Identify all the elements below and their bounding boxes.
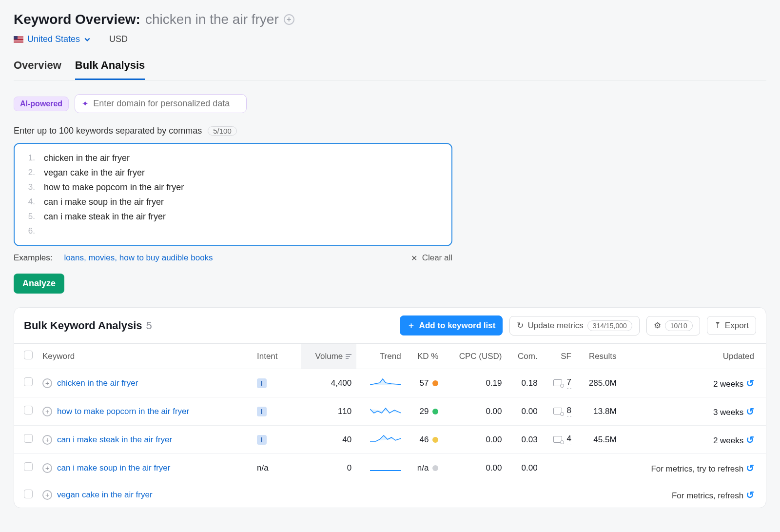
col-sf[interactable]: SF <box>543 344 576 369</box>
select-all-checkbox[interactable] <box>24 351 33 359</box>
keywords-textarea[interactable]: 1.chicken in the air fryer 2.vegan cake … <box>14 143 452 246</box>
clear-all-button[interactable]: ✕ Clear all <box>411 253 452 263</box>
results-table: Keyword Intent Volume Trend KD % CPC (US… <box>14 343 766 508</box>
col-com[interactable]: Com. <box>507 344 543 369</box>
col-volume[interactable]: Volume <box>301 344 356 369</box>
add-kw-icon[interactable]: + <box>42 407 52 416</box>
volume-cell: 110 <box>301 397 356 426</box>
refresh-icon[interactable]: ↻ <box>746 406 754 417</box>
flag-icon <box>14 36 23 43</box>
domain-input-wrap[interactable]: ✦ <box>75 94 247 113</box>
intent-cell: I <box>252 426 301 454</box>
updated-cell: 3 weeks ↻ <box>622 397 766 426</box>
settings-button[interactable]: ⚙ 10/10 <box>646 316 700 335</box>
title-keyword: chicken in the air fryer <box>145 12 279 27</box>
add-to-keyword-list-button[interactable]: ＋ Add to keyword list <box>400 315 503 335</box>
kw-counter: 5/100 <box>208 126 237 136</box>
trend-cell <box>356 454 406 482</box>
panel-count: 5 <box>146 319 152 332</box>
keyword-link[interactable]: chicken in the air fryer <box>57 378 138 388</box>
col-kd[interactable]: KD % <box>406 344 444 369</box>
refresh-icon[interactable]: ↻ <box>746 489 754 501</box>
intent-badge: I <box>257 378 267 388</box>
updated-cell: 2 weeks ↻ <box>622 426 766 454</box>
sf-cell: 8 <box>543 397 576 426</box>
analyze-button[interactable]: Analyze <box>14 274 64 294</box>
volume-cell: 0 <box>301 454 356 482</box>
refresh-icon[interactable]: ↻ <box>746 377 754 389</box>
intent-cell: I <box>252 397 301 426</box>
trend-cell <box>356 397 406 426</box>
country-label: United States <box>27 34 80 44</box>
serp-icon[interactable] <box>553 436 562 443</box>
tabs: Overview Bulk Analysis <box>14 56 766 80</box>
volume-cell: 4,400 <box>301 369 356 397</box>
refresh-note: For metrics, refresh <box>672 491 743 500</box>
kd-cell: n/a <box>406 454 444 482</box>
add-keyword-icon[interactable]: + <box>284 14 294 25</box>
keyword-link[interactable]: can i make steak in the air fryer <box>57 435 172 445</box>
kw-line: can i make soup in the air fryer <box>44 195 164 209</box>
col-updated[interactable]: Updated <box>622 344 766 369</box>
updated-cell: 2 weeks ↻ <box>622 369 766 397</box>
keyword-link[interactable]: how to make popcorn in the air fryer <box>57 407 189 416</box>
export-icon: ⤒ <box>714 320 721 331</box>
refresh-icon[interactable]: ↻ <box>746 434 754 446</box>
serp-icon[interactable] <box>553 379 562 386</box>
chevron-down-icon <box>84 36 91 43</box>
add-kw-icon[interactable]: + <box>42 463 52 473</box>
intent-badge: I <box>257 407 267 416</box>
kd-cell: 46 <box>406 426 444 454</box>
sf-cell: 7 <box>543 369 576 397</box>
results-cell: 13.8M <box>576 397 622 426</box>
trend-cell <box>356 369 406 397</box>
kd-cell: 29 <box>406 397 444 426</box>
kd-cell: 57 <box>406 369 444 397</box>
col-trend[interactable]: Trend <box>356 344 406 369</box>
refresh-note: For metrics, try to refresh <box>651 464 743 473</box>
add-kw-icon[interactable]: + <box>42 378 52 388</box>
country-select[interactable]: United States <box>14 34 91 44</box>
tab-bulk-analysis[interactable]: Bulk Analysis <box>75 56 145 80</box>
update-metrics-button[interactable]: ↻ Update metrics 314/15,000 <box>509 316 639 335</box>
col-intent[interactable]: Intent <box>252 344 301 369</box>
domain-input[interactable] <box>93 99 239 109</box>
col-keyword[interactable]: Keyword <box>38 344 252 369</box>
kw-input-label: Enter up to 100 keywords separated by co… <box>14 126 202 136</box>
com-cell: 0.18 <box>507 369 543 397</box>
com-cell: 0.03 <box>507 426 543 454</box>
add-kw-icon[interactable]: + <box>42 490 52 500</box>
currency-label: USD <box>109 34 128 44</box>
row-checkbox[interactable] <box>24 377 33 386</box>
page-title: Keyword Overview: chicken in the air fry… <box>14 12 766 27</box>
results-cell: 45.5M <box>576 426 622 454</box>
refresh-icon[interactable]: ↻ <box>746 462 754 474</box>
kw-line: vegan cake in the air fryer <box>44 165 145 180</box>
col-results[interactable]: Results <box>576 344 622 369</box>
examples-label: Examples: <box>14 253 52 263</box>
add-kw-icon[interactable]: + <box>42 435 52 445</box>
row-checkbox[interactable] <box>24 462 33 471</box>
com-cell: 0.00 <box>507 454 543 482</box>
table-row: +can i make soup in the air fryer n/a 0 … <box>14 454 766 482</box>
keyword-link[interactable]: vegan cake in the air fryer <box>57 490 153 500</box>
cpc-cell: 0.00 <box>443 454 507 482</box>
results-cell: 285.0M <box>576 369 622 397</box>
cpc-cell: 0.00 <box>443 397 507 426</box>
export-button[interactable]: ⤒ Export <box>707 316 756 335</box>
com-cell: 0.00 <box>507 397 543 426</box>
row-checkbox[interactable] <box>24 490 33 498</box>
keyword-link[interactable]: can i make soup in the air fryer <box>57 463 170 473</box>
examples-link[interactable]: loans, movies, how to buy audible books <box>64 253 213 263</box>
cpc-cell: 0.19 <box>443 369 507 397</box>
serp-icon[interactable] <box>553 408 562 414</box>
row-checkbox[interactable] <box>24 406 33 414</box>
row-checkbox[interactable] <box>24 434 33 443</box>
intent-badge: I <box>257 435 267 445</box>
kw-line: can i make steak in the air fryer <box>44 209 166 224</box>
cpc-cell: 0.00 <box>443 426 507 454</box>
col-cpc[interactable]: CPC (USD) <box>443 344 507 369</box>
table-row: +can i make steak in the air fryer I 40 … <box>14 426 766 454</box>
tab-overview[interactable]: Overview <box>14 56 61 80</box>
results-panel: Bulk Keyword Analysis 5 ＋ Add to keyword… <box>14 307 766 508</box>
